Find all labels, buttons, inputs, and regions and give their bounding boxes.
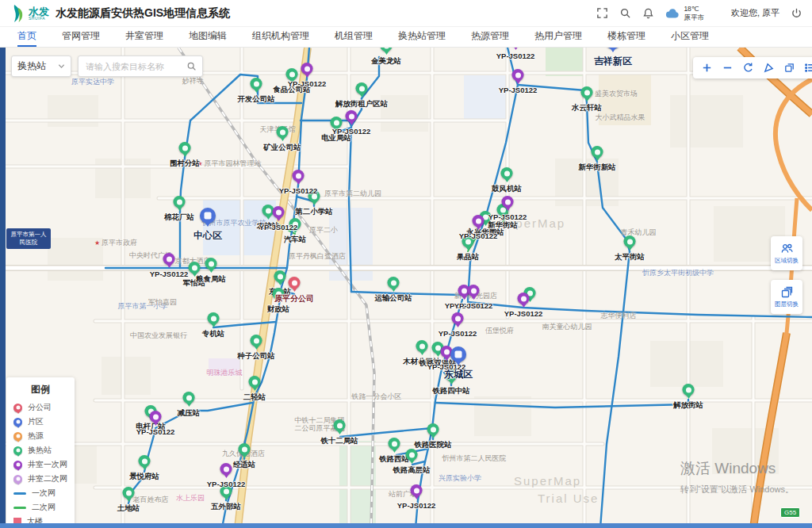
legend-item-label: 二次网 (32, 502, 56, 513)
pin-label: 第二小学站 (295, 207, 333, 217)
pin-balloon-icon (139, 455, 151, 467)
pin-balloon-icon (416, 340, 428, 352)
pin-label: YP-JS0122 (496, 52, 535, 60)
pin-label: YP-JS0122 (454, 301, 493, 310)
nav-tab-9[interactable]: 楼栋管理 (607, 27, 645, 47)
logo-subtext: SHUIFA (29, 17, 49, 21)
reset-icon[interactable] (739, 59, 756, 77)
nav-tab-5[interactable]: 机组管理 (335, 27, 373, 47)
star-icon: ★ (94, 239, 100, 247)
pin-label: 东城区 (444, 368, 473, 381)
app-logo: 水发 SHUIFA (10, 4, 49, 23)
select-area-icon[interactable] (780, 59, 798, 77)
pin-balloon-icon (468, 285, 480, 297)
pin-label: 解放街站 (673, 400, 703, 411)
legend-item: 分公司 (13, 400, 67, 415)
legend-item: 一次网 (13, 486, 67, 500)
legend-item-label: 分公司 (28, 402, 52, 413)
legend-line-icon (13, 492, 26, 495)
pin-label: YP-JS0122 (439, 329, 477, 338)
nav-tab-7[interactable]: 热源管理 (471, 27, 509, 47)
side-tool-1[interactable]: 图层切换 (771, 280, 802, 314)
pin-label: 原平分公司 (274, 293, 314, 304)
pin-balloon-icon (452, 312, 464, 324)
map-poi-label: 兴原实验小学 (439, 473, 481, 484)
pin-balloon-icon (220, 463, 232, 475)
nav-tab-6[interactable]: 换热站管理 (398, 27, 446, 47)
bell-icon[interactable] (642, 7, 654, 19)
pin-label: YP-JS0122 (279, 186, 318, 195)
legend-item: 二次网 (13, 500, 67, 515)
pin-label: YP-JS0122 (397, 501, 436, 510)
hospital-badge: 原平市第一人民医院 (6, 228, 51, 249)
pin-label: 围村分站 (170, 159, 200, 169)
pin-label: 粮食局站 (196, 274, 226, 285)
nav-tab-0[interactable]: 首页 (17, 27, 36, 47)
pin-balloon-icon (427, 423, 439, 435)
pin-label: YP-JS0122 (459, 231, 498, 240)
map-poi-label: 水上乐园 (176, 493, 205, 503)
measure-icon[interactable] (760, 59, 777, 77)
pin-balloon-icon (277, 126, 289, 138)
nav-tab-10[interactable]: 小区管理 (671, 27, 709, 47)
pin-label: 减压站 (178, 408, 201, 419)
layer-list-icon[interactable] (801, 59, 812, 77)
pin-label: 吉祥新区 (594, 55, 632, 68)
pin-label: 铁十二局站 (320, 436, 358, 446)
side-tool-label: 区域切换 (775, 257, 799, 265)
search-box (78, 55, 203, 77)
pin-balloon-icon (123, 487, 135, 499)
pin-balloon-icon (518, 293, 530, 304)
legend-item-label: 热源 (28, 430, 44, 442)
pin-balloon-icon (301, 63, 313, 75)
side-tool-0[interactable]: 区域切换 (771, 236, 802, 270)
map-poi-label: 南关童心幼儿园 (542, 322, 592, 332)
search-icon[interactable] (619, 7, 631, 19)
legend-pin-icon (13, 432, 22, 441)
weather-city: 原平市 (684, 13, 704, 22)
pin-label: 金美龙站 (371, 56, 401, 67)
pin-balloon-icon (174, 196, 186, 208)
pin-label: 景悦府站 (129, 472, 159, 482)
pin-label: YP-JS0122 (150, 270, 189, 278)
logo-icon (10, 4, 25, 23)
zoom-in-icon[interactable] (698, 59, 715, 77)
nav-tab-1[interactable]: 管网管理 (62, 27, 100, 47)
pin-label: YP-JS0122 (499, 86, 538, 94)
zoom-out-icon[interactable] (718, 59, 736, 77)
search-icon[interactable] (186, 61, 197, 71)
search-category-select[interactable]: 换热站 (11, 55, 71, 77)
map-poi-label: 原平实达中学 (71, 77, 114, 87)
pin-balloon-icon (189, 262, 201, 274)
legend-item-label: 换热站 (28, 445, 52, 456)
map-area[interactable]: 原平实达中学妙祥寺天津羊汤馆★原平市园林管理站★原平市政府中央时代广场京都大酒店… (0, 48, 812, 528)
legend-pin-icon (13, 461, 22, 469)
weather-widget: 18℃ 原平市 (665, 5, 704, 21)
nav-tab-4[interactable]: 组织机构管理 (252, 27, 309, 47)
map-poi-label: 忻原乡太平街初级中学 (642, 268, 714, 278)
app-header: 水发 SHUIFA 水发能源盾安供热GIS地理信息系统 18℃ 原平市 欢迎您,… (0, 0, 812, 26)
weather-temp: 18℃ (684, 5, 704, 13)
nav-tab-2[interactable]: 井室管理 (125, 27, 163, 47)
fullscreen-icon[interactable] (596, 7, 608, 19)
pin-balloon-icon (163, 253, 175, 265)
search-input[interactable] (84, 61, 186, 72)
power-icon[interactable] (791, 7, 802, 19)
pin-label: 运输公司站 (374, 293, 412, 304)
pin-label: 铁路西站 (379, 454, 409, 465)
nav-tab-8[interactable]: 热用户管理 (534, 27, 582, 47)
pin-balloon-icon (624, 235, 636, 247)
legend-item: 井室二次网 (13, 472, 67, 486)
pin-label: 财政站 (267, 304, 290, 315)
pin-balloon-icon (683, 384, 695, 396)
pin-balloon-icon (581, 86, 593, 98)
pin-label: 中心区 (193, 229, 222, 243)
pin-balloon-icon (251, 335, 262, 346)
legend-title: 图例 (13, 383, 67, 396)
pin-balloon-icon (346, 110, 358, 122)
pin-label: 专机站 (202, 329, 225, 339)
pin-label: 解放街租户区站 (335, 99, 389, 109)
nav-tab-3[interactable]: 地图编辑 (189, 27, 227, 47)
legend-item: 换热站 (13, 443, 67, 457)
pin-balloon-icon (274, 270, 286, 282)
